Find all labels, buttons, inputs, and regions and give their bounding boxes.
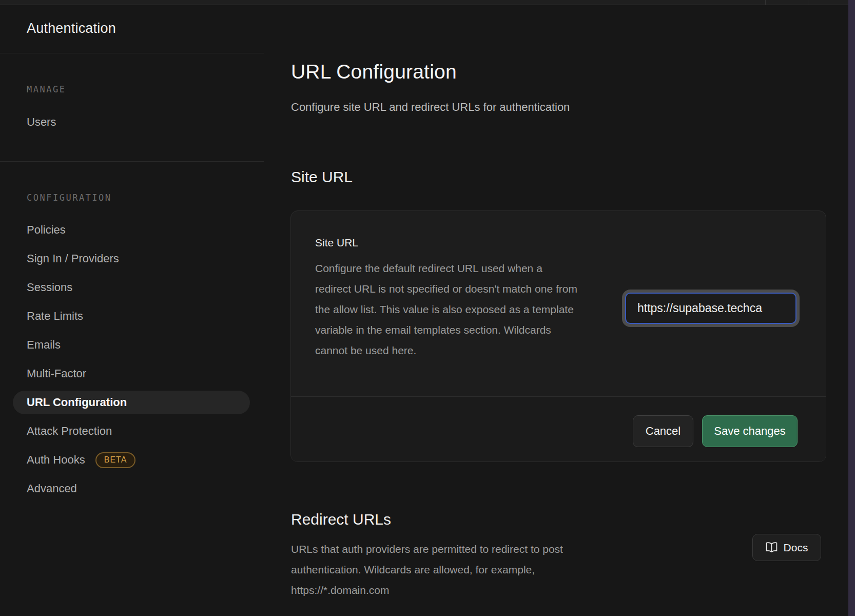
site-url-section-heading: Site URL (291, 168, 353, 186)
site-url-input[interactable]: https://supabase.techca (625, 293, 796, 324)
sidebar-item-rate-limits[interactable]: Rate Limits (0, 302, 264, 331)
docs-button-label: Docs (784, 542, 808, 554)
sidebar-title: Authentication (27, 21, 116, 36)
page-title: URL Configuration (291, 61, 457, 83)
book-icon (766, 542, 778, 553)
save-changes-button[interactable]: Save changes (702, 415, 798, 447)
sidebar-divider (0, 161, 264, 162)
top-toolbar-edge (0, 0, 848, 5)
sidebar-item-multi-factor[interactable]: Multi-Factor (0, 359, 264, 388)
cancel-button[interactable]: Cancel (633, 415, 693, 447)
beta-badge: BETA (95, 452, 136, 468)
site-url-card: Site URL Configure the default redirect … (290, 210, 826, 462)
sidebar-item-sign-in-providers[interactable]: Sign In / Providers (0, 244, 264, 273)
sidebar-section-manage: MANAGE (27, 84, 66, 94)
auth-sidebar: Authentication MANAGE Users CONFIGURATIO… (0, 5, 264, 616)
sidebar-item-advanced[interactable]: Advanced (0, 474, 264, 503)
page-subtitle: Configure site URL and redirect URLs for… (291, 101, 570, 114)
card-footer: Cancel Save changes (291, 397, 826, 461)
site-url-field-label: Site URL (315, 237, 358, 249)
toolbar-divider (808, 0, 808, 5)
sidebar-item-emails[interactable]: Emails (0, 331, 264, 359)
site-url-field-description: Configure the default redirect URL used … (315, 258, 579, 361)
toolbar-divider (765, 0, 766, 5)
sidebar-item-url-configuration[interactable]: URL Configuration (0, 388, 264, 417)
sidebar-item-auth-hooks[interactable]: Auth Hooks BETA (0, 446, 264, 474)
card-footer-divider (291, 396, 826, 397)
sidebar-item-policies[interactable]: Policies (0, 216, 264, 244)
sidebar-section-configuration: CONFIGURATION (27, 192, 112, 203)
sidebar-item-users[interactable]: Users (0, 108, 264, 137)
redirect-urls-section-heading: Redirect URLs (291, 511, 391, 528)
sidebar-item-attack-protection[interactable]: Attack Protection (0, 417, 264, 446)
redirect-urls-description: URLs that auth providers are permitted t… (291, 539, 630, 601)
assistant-panel-edge[interactable] (848, 0, 855, 616)
sidebar-divider (0, 53, 264, 53)
docs-button[interactable]: Docs (752, 534, 821, 561)
main-content: URL Configuration Configure site URL and… (264, 5, 848, 616)
sidebar-item-sessions[interactable]: Sessions (0, 273, 264, 302)
